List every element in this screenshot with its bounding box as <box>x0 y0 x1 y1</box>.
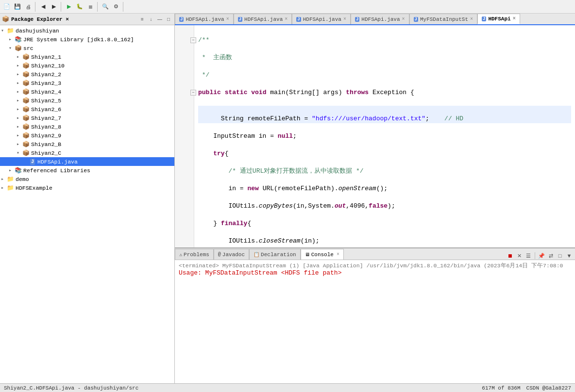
tree-label: Shiyan2_4 <box>31 89 61 95</box>
code-comment-line: * 主函数 <box>198 53 571 62</box>
tab-hdfsapi-active[interactable]: J HDFSApi × <box>477 14 520 24</box>
tree-item-shiyan2-6[interactable]: ▸ 📦 Shiyan2_6 <box>0 105 174 114</box>
link-editor-button[interactable]: ↓ <box>147 16 155 23</box>
tab-close-icon[interactable]: × <box>513 16 516 21</box>
javadoc-icon: @ <box>218 252 221 257</box>
java-tab-icon: J <box>296 17 301 22</box>
tree-item-shiyan2-5[interactable]: ▸ 📦 Shiyan2_5 <box>0 96 174 105</box>
tree-item-jre[interactable]: ▸ 📚 JRE System Library [jdk1.8.0_162] <box>0 35 174 44</box>
print-button[interactable]: 🖨 <box>23 2 33 12</box>
tree-item-ref-libraries[interactable]: ▸ 📚 Referenced Libraries <box>0 166 174 175</box>
tab-close-icon[interactable]: × <box>402 16 405 22</box>
debug-button[interactable]: 🐛 <box>75 2 85 12</box>
folder-icon: 📁 <box>7 27 14 34</box>
code-content-area[interactable]: − /** * 主函数 */ − public static void main… <box>194 25 575 247</box>
tab-close-icon[interactable]: × <box>285 16 288 22</box>
minimize-button[interactable]: — <box>156 16 164 23</box>
tree-item-hdfsexample[interactable]: ▸ 📁 HDFSExample <box>0 183 174 192</box>
tree-item-shiyan2-9[interactable]: ▸ 📦 Shiyan2_9 <box>0 131 174 140</box>
package-icon: 📦 <box>22 132 30 139</box>
separator <box>535 252 535 259</box>
tab-console[interactable]: 🖥 Console × <box>301 249 344 260</box>
package-icon: 📦 <box>22 97 30 104</box>
toolbar-group-file: 📄 💾 🖨 <box>2 2 35 12</box>
editor-panel: J HDFSApi.java × J HDFSApi.java × J HDFS… <box>175 14 575 383</box>
package-icon: 📦 <box>22 106 30 113</box>
code-method-line[interactable]: − public static void main(String[] args)… <box>198 88 571 97</box>
code-fold-marker[interactable]: − /** <box>198 36 571 45</box>
console-close-icon[interactable]: × <box>337 252 339 257</box>
tab-label: Declaration <box>261 252 296 258</box>
java-file-icon: J <box>30 159 35 165</box>
tree-item-shiyan2-8[interactable]: ▸ 📦 Shiyan2_8 <box>0 122 174 131</box>
orient-button[interactable]: ⇄ <box>547 252 555 260</box>
tree-item-shiyan2-c[interactable]: ▾ 📦 Shiyan2_C <box>0 148 174 157</box>
save-button[interactable]: 💾 <box>13 2 22 12</box>
tree-arrow-icon: ▸ <box>17 106 22 112</box>
console-content: <terminated> MyFSDataInputStream (1) [Ja… <box>175 260 575 383</box>
clear-console-button[interactable]: ✕ <box>515 252 523 260</box>
tab-close-icon[interactable]: × <box>470 16 473 22</box>
tree-item-shiyan2-1[interactable]: ▸ 📦 Shiyan2_1 <box>0 52 174 61</box>
tree-item-shiyan2-7[interactable]: ▸ 📦 Shiyan2_7 <box>0 114 174 122</box>
tab-problems[interactable]: ⚠ Problems <box>175 249 214 260</box>
package-icon: 📦 <box>22 62 30 69</box>
tree-arrow-icon: ▸ <box>9 36 15 42</box>
collapse-all-button[interactable]: ≡ <box>138 16 146 23</box>
package-icon: 📦 <box>22 123 30 131</box>
console-output-line: Usage: MyFSDataInputStream <HDFS file pa… <box>179 269 571 277</box>
forward-button[interactable]: ▶ <box>49 2 59 12</box>
tab-hdfsapi-1[interactable]: J HDFSApi.java × <box>175 14 234 24</box>
tree-item-shiyan2-10[interactable]: ▸ 📦 Shiyan2_10 <box>0 61 174 70</box>
tree-item-hdfsapi[interactable]: J HDFSApi.java <box>0 157 174 166</box>
java-tab-icon: J <box>238 17 242 22</box>
tab-javadoc[interactable]: @ Javadoc <box>214 249 249 260</box>
bottom-tab-bar: ⚠ Problems @ Javadoc 📋 Declaration 🖥 Con… <box>175 248 575 260</box>
memory-status: 617M of 836M <box>482 385 520 391</box>
tree-arrow-icon: ▸ <box>17 132 22 138</box>
tab-hdfsapi-4[interactable]: J HDFSApi.java × <box>351 14 409 24</box>
tree-view: ▾ 📁 dashujushiyan ▸ 📚 JRE System Library… <box>0 25 174 383</box>
tree-arrow-icon: ▸ <box>17 71 22 77</box>
settings-button[interactable]: ⚙ <box>111 2 121 12</box>
maximize-console-button[interactable]: □ <box>556 252 564 260</box>
view-menu-button[interactable]: ▼ <box>565 252 573 260</box>
tree-item-shiyan2-b[interactable]: ▸ 📦 Shiyan2_B <box>0 140 174 148</box>
tab-close-icon[interactable]: × <box>226 16 229 22</box>
tree-arrow-icon: ▾ <box>17 150 22 156</box>
tab-close-icon[interactable]: × <box>343 16 346 22</box>
tree-item-shiyan2-3[interactable]: ▸ 📦 Shiyan2_3 <box>0 79 174 87</box>
tab-hdfsapi-2[interactable]: J HDFSApi.java × <box>234 14 292 24</box>
search-button[interactable]: 🔍 <box>101 2 110 12</box>
back-button[interactable]: ◀ <box>38 2 48 12</box>
new-button[interactable]: 📄 <box>2 2 12 12</box>
tree-item-shiyan2-4[interactable]: ▸ 📦 Shiyan2_4 <box>0 87 174 96</box>
stop-button[interactable]: ⏹ <box>85 2 95 12</box>
tree-item-demo[interactable]: ▸ 📁 demo <box>0 175 174 183</box>
tree-label: src <box>23 45 34 51</box>
console-menu-button[interactable]: ☰ <box>524 252 532 260</box>
code-close-line: IOUtils.closeStream(in); <box>198 237 571 245</box>
fold-minus-icon-2[interactable]: − <box>190 90 196 96</box>
tree-arrow-icon: ▸ <box>17 115 22 121</box>
editor-tab-bar: J HDFSApi.java × J HDFSApi.java × J HDFS… <box>175 14 575 25</box>
tree-arrow-icon: ▸ <box>17 98 22 103</box>
tree-item-shiyan2-2[interactable]: ▸ 📦 Shiyan2_2 <box>0 70 174 79</box>
tree-item-src[interactable]: ▾ 📦 src <box>0 44 174 52</box>
tab-myfs[interactable]: J MyFSDataInputSt × <box>409 14 477 24</box>
tree-label: Referenced Libraries <box>23 167 90 174</box>
tree-label: Shiyan2_C <box>31 150 61 156</box>
pin-console-button[interactable]: 📌 <box>538 252 545 260</box>
line-numbers-gutter <box>175 25 194 247</box>
tab-declaration[interactable]: 📋 Declaration <box>249 249 301 260</box>
maximize-button[interactable]: □ <box>165 16 172 23</box>
tree-item-dashujushiyan[interactable]: ▾ 📁 dashujushiyan <box>0 26 174 35</box>
tab-hdfsapi-3[interactable]: J HDFSApi.java × <box>292 14 351 24</box>
stop-console-button[interactable]: ⏹ <box>506 252 514 260</box>
tree-label: Shiyan2_1 <box>31 54 61 60</box>
fold-minus-icon[interactable]: − <box>190 37 196 43</box>
tab-label: Javadoc <box>222 252 245 258</box>
tree-label: dashujushiyan <box>16 28 59 34</box>
tree-arrow-icon: ▸ <box>17 54 22 60</box>
run-button[interactable]: ▶ <box>64 2 74 12</box>
